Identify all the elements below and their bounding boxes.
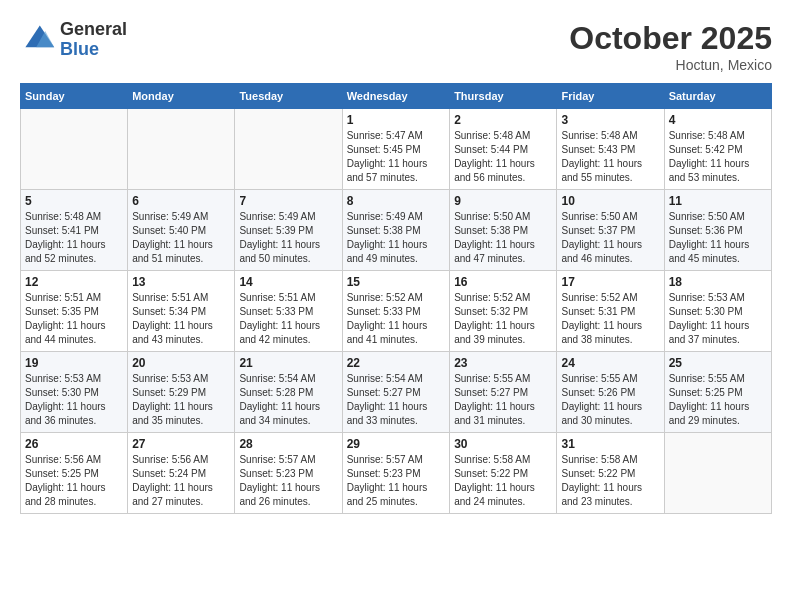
day-number: 1 <box>347 113 445 127</box>
calendar-cell: 30Sunrise: 5:58 AM Sunset: 5:22 PM Dayli… <box>450 433 557 514</box>
calendar-week-2: 12Sunrise: 5:51 AM Sunset: 5:35 PM Dayli… <box>21 271 772 352</box>
day-number: 13 <box>132 275 230 289</box>
day-info: Sunrise: 5:51 AM Sunset: 5:33 PM Dayligh… <box>239 291 337 347</box>
day-number: 14 <box>239 275 337 289</box>
day-number: 8 <box>347 194 445 208</box>
day-info: Sunrise: 5:58 AM Sunset: 5:22 PM Dayligh… <box>454 453 552 509</box>
day-info: Sunrise: 5:58 AM Sunset: 5:22 PM Dayligh… <box>561 453 659 509</box>
day-number: 6 <box>132 194 230 208</box>
day-number: 28 <box>239 437 337 451</box>
calendar-cell: 7Sunrise: 5:49 AM Sunset: 5:39 PM Daylig… <box>235 190 342 271</box>
day-number: 15 <box>347 275 445 289</box>
calendar-cell: 25Sunrise: 5:55 AM Sunset: 5:25 PM Dayli… <box>664 352 771 433</box>
calendar-cell: 12Sunrise: 5:51 AM Sunset: 5:35 PM Dayli… <box>21 271 128 352</box>
day-number: 22 <box>347 356 445 370</box>
day-number: 18 <box>669 275 767 289</box>
day-info: Sunrise: 5:48 AM Sunset: 5:43 PM Dayligh… <box>561 129 659 185</box>
day-number: 9 <box>454 194 552 208</box>
weekday-header-tuesday: Tuesday <box>235 84 342 109</box>
day-number: 21 <box>239 356 337 370</box>
logo-icon <box>20 22 56 58</box>
calendar-cell: 18Sunrise: 5:53 AM Sunset: 5:30 PM Dayli… <box>664 271 771 352</box>
day-info: Sunrise: 5:56 AM Sunset: 5:25 PM Dayligh… <box>25 453 123 509</box>
day-info: Sunrise: 5:50 AM Sunset: 5:37 PM Dayligh… <box>561 210 659 266</box>
day-info: Sunrise: 5:49 AM Sunset: 5:40 PM Dayligh… <box>132 210 230 266</box>
day-number: 27 <box>132 437 230 451</box>
calendar-cell: 10Sunrise: 5:50 AM Sunset: 5:37 PM Dayli… <box>557 190 664 271</box>
calendar-cell: 20Sunrise: 5:53 AM Sunset: 5:29 PM Dayli… <box>128 352 235 433</box>
day-number: 23 <box>454 356 552 370</box>
weekday-header-wednesday: Wednesday <box>342 84 449 109</box>
day-info: Sunrise: 5:49 AM Sunset: 5:39 PM Dayligh… <box>239 210 337 266</box>
calendar-cell: 27Sunrise: 5:56 AM Sunset: 5:24 PM Dayli… <box>128 433 235 514</box>
day-number: 11 <box>669 194 767 208</box>
calendar-cell: 17Sunrise: 5:52 AM Sunset: 5:31 PM Dayli… <box>557 271 664 352</box>
calendar-body: 1Sunrise: 5:47 AM Sunset: 5:45 PM Daylig… <box>21 109 772 514</box>
calendar-cell <box>664 433 771 514</box>
day-number: 30 <box>454 437 552 451</box>
logo: General Blue <box>20 20 127 60</box>
calendar-header: SundayMondayTuesdayWednesdayThursdayFrid… <box>21 84 772 109</box>
day-info: Sunrise: 5:54 AM Sunset: 5:27 PM Dayligh… <box>347 372 445 428</box>
weekday-header-row: SundayMondayTuesdayWednesdayThursdayFrid… <box>21 84 772 109</box>
day-info: Sunrise: 5:52 AM Sunset: 5:31 PM Dayligh… <box>561 291 659 347</box>
day-number: 19 <box>25 356 123 370</box>
day-number: 2 <box>454 113 552 127</box>
day-info: Sunrise: 5:47 AM Sunset: 5:45 PM Dayligh… <box>347 129 445 185</box>
calendar-cell: 28Sunrise: 5:57 AM Sunset: 5:23 PM Dayli… <box>235 433 342 514</box>
weekday-header-friday: Friday <box>557 84 664 109</box>
calendar-cell <box>21 109 128 190</box>
day-number: 3 <box>561 113 659 127</box>
calendar-cell: 16Sunrise: 5:52 AM Sunset: 5:32 PM Dayli… <box>450 271 557 352</box>
calendar-cell: 4Sunrise: 5:48 AM Sunset: 5:42 PM Daylig… <box>664 109 771 190</box>
day-info: Sunrise: 5:54 AM Sunset: 5:28 PM Dayligh… <box>239 372 337 428</box>
day-number: 4 <box>669 113 767 127</box>
day-info: Sunrise: 5:50 AM Sunset: 5:36 PM Dayligh… <box>669 210 767 266</box>
weekday-header-sunday: Sunday <box>21 84 128 109</box>
title-block: October 2025 Hoctun, Mexico <box>569 20 772 73</box>
weekday-header-monday: Monday <box>128 84 235 109</box>
day-info: Sunrise: 5:48 AM Sunset: 5:42 PM Dayligh… <box>669 129 767 185</box>
calendar-cell: 21Sunrise: 5:54 AM Sunset: 5:28 PM Dayli… <box>235 352 342 433</box>
weekday-header-saturday: Saturday <box>664 84 771 109</box>
day-number: 5 <box>25 194 123 208</box>
location-title: Hoctun, Mexico <box>569 57 772 73</box>
day-number: 12 <box>25 275 123 289</box>
day-number: 20 <box>132 356 230 370</box>
day-number: 25 <box>669 356 767 370</box>
header: General Blue October 2025 Hoctun, Mexico <box>20 20 772 73</box>
day-number: 24 <box>561 356 659 370</box>
calendar-cell <box>235 109 342 190</box>
day-number: 29 <box>347 437 445 451</box>
day-number: 17 <box>561 275 659 289</box>
day-number: 26 <box>25 437 123 451</box>
calendar-week-4: 26Sunrise: 5:56 AM Sunset: 5:25 PM Dayli… <box>21 433 772 514</box>
day-number: 16 <box>454 275 552 289</box>
weekday-header-thursday: Thursday <box>450 84 557 109</box>
calendar-cell: 9Sunrise: 5:50 AM Sunset: 5:38 PM Daylig… <box>450 190 557 271</box>
day-number: 10 <box>561 194 659 208</box>
day-info: Sunrise: 5:53 AM Sunset: 5:30 PM Dayligh… <box>669 291 767 347</box>
day-info: Sunrise: 5:49 AM Sunset: 5:38 PM Dayligh… <box>347 210 445 266</box>
day-info: Sunrise: 5:48 AM Sunset: 5:41 PM Dayligh… <box>25 210 123 266</box>
day-info: Sunrise: 5:55 AM Sunset: 5:26 PM Dayligh… <box>561 372 659 428</box>
day-info: Sunrise: 5:51 AM Sunset: 5:35 PM Dayligh… <box>25 291 123 347</box>
calendar-cell <box>128 109 235 190</box>
calendar-cell: 2Sunrise: 5:48 AM Sunset: 5:44 PM Daylig… <box>450 109 557 190</box>
day-info: Sunrise: 5:48 AM Sunset: 5:44 PM Dayligh… <box>454 129 552 185</box>
day-info: Sunrise: 5:55 AM Sunset: 5:25 PM Dayligh… <box>669 372 767 428</box>
calendar-week-0: 1Sunrise: 5:47 AM Sunset: 5:45 PM Daylig… <box>21 109 772 190</box>
logo-text: General Blue <box>60 20 127 60</box>
logo-blue-text: Blue <box>60 40 127 60</box>
day-info: Sunrise: 5:52 AM Sunset: 5:32 PM Dayligh… <box>454 291 552 347</box>
day-info: Sunrise: 5:57 AM Sunset: 5:23 PM Dayligh… <box>347 453 445 509</box>
day-info: Sunrise: 5:50 AM Sunset: 5:38 PM Dayligh… <box>454 210 552 266</box>
calendar-cell: 29Sunrise: 5:57 AM Sunset: 5:23 PM Dayli… <box>342 433 449 514</box>
calendar-cell: 15Sunrise: 5:52 AM Sunset: 5:33 PM Dayli… <box>342 271 449 352</box>
calendar: SundayMondayTuesdayWednesdayThursdayFrid… <box>20 83 772 514</box>
calendar-cell: 19Sunrise: 5:53 AM Sunset: 5:30 PM Dayli… <box>21 352 128 433</box>
calendar-week-1: 5Sunrise: 5:48 AM Sunset: 5:41 PM Daylig… <box>21 190 772 271</box>
logo-general-text: General <box>60 20 127 40</box>
calendar-cell: 26Sunrise: 5:56 AM Sunset: 5:25 PM Dayli… <box>21 433 128 514</box>
calendar-cell: 24Sunrise: 5:55 AM Sunset: 5:26 PM Dayli… <box>557 352 664 433</box>
